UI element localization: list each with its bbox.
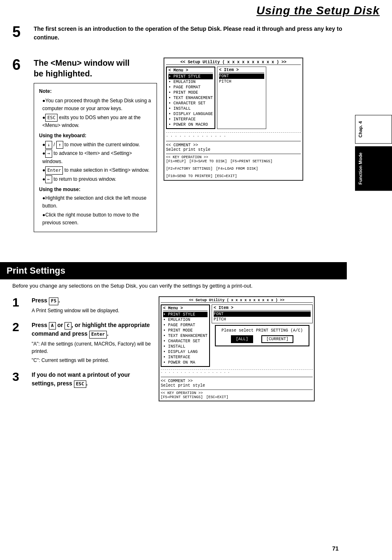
chap-tab: Chap. 4: [355, 115, 392, 144]
step5-container: 5 The first screen is an introduction to…: [12, 25, 347, 42]
screen-dots: · · · · · · · · · · · · · ·: [166, 132, 301, 138]
c-kbd: C: [65, 322, 71, 330]
menu-item-2: • EMULATION: [168, 79, 213, 85]
page-number: 71: [332, 545, 339, 552]
menu-item-4: • PRINT MODE: [168, 90, 213, 95]
step6-title-line2: be highlighted.: [34, 69, 92, 78]
comment-2-text: Select print style: [161, 383, 313, 388]
dialog-box: Please select PRINT SETTING (A/C) [ALL] …: [215, 325, 309, 346]
esc-kbd: ESC: [45, 114, 58, 122]
keyop-1-row: [F1=HELP] [F3=SAVE TO DISK] [F5=PRINT SE…: [166, 159, 301, 178]
ps-steps-and-screen: 1 Press F5. A Print Setting window will …: [12, 296, 347, 401]
menu2-item-3: • PAGE FORMAT: [163, 323, 208, 328]
menu-item-10: • POWER ON MACRO: [168, 122, 213, 127]
setup-screen-1: << Setup Utility ( x x x x x x x x x x )…: [164, 58, 303, 181]
comment-1-text: Select print style: [166, 147, 301, 152]
ps-step1-desc: A Print Setting window will be displayed…: [32, 307, 152, 314]
item-pane-2-title: < Item >: [214, 306, 311, 311]
ps-steps-left: 1 Press F5. A Print Setting window will …: [12, 296, 152, 401]
mouse-item-2: ●Click the right mouse button to move to…: [42, 211, 152, 227]
step6-content: The <Menu> window will be highlighted. N…: [34, 58, 347, 232]
setup-screen-1-body: < Menu > • PRINT STYLE • EMULATION • PAG…: [166, 67, 301, 129]
ps-step1-content: Press F5. A Print Setting window will be…: [32, 296, 152, 314]
ps-step2: 2 Press A or C, or high­light the approp…: [12, 321, 152, 364]
enter2-kbd: Enter: [89, 331, 107, 339]
keyop-1-f2: [F2=FACTORY SETTINGS]: [166, 167, 212, 171]
menu-pane-2-title: < Menu >: [163, 306, 208, 311]
menu-item-1: • PRINT STYLE: [168, 74, 213, 79]
setup-screen-2-area: << Setup Utility ( x x x x x x x x x x )…: [159, 296, 347, 401]
comment-2-title: << COMMENT >>: [161, 379, 193, 383]
item-font: FONT: [219, 74, 264, 79]
ps-step3: 3 If you do not want a print­out of your…: [12, 371, 152, 390]
keyboard-title: Using the keyboard:: [39, 132, 152, 140]
ps-step2-title: Press A or C, or high­light the appropri…: [32, 321, 152, 339]
left-kbd: ←: [45, 175, 52, 184]
menu2-item-8: • DISPLAY LANG: [163, 349, 208, 355]
keyop-2-esc: [ESC=EXIT]: [206, 395, 228, 399]
setup-screen-1-title: << Setup Utility ( x x x x x x x x x x )…: [166, 60, 301, 65]
screen2-dots: · · · · · · · · · · · · · · · · · ·: [161, 369, 313, 374]
ps-step3-title: If you do not want a print­out of your s…: [32, 371, 152, 388]
keyop-1-f3: [F3=SAVE TO DISK]: [189, 159, 227, 164]
print-settings-body: Before you change any selections on the …: [12, 283, 347, 401]
menu2-item-9: • INTERFACE: [163, 355, 208, 360]
ps-step2-desc-a: "A": All the settings (current, MACROs, …: [32, 340, 152, 355]
keyop-1-f4: [F4=LOAD FROM DISK]: [216, 167, 258, 171]
menu-item-7: • INSTALL: [168, 106, 213, 111]
step6-title: The <Menu> window will be highlighted.: [34, 58, 157, 79]
note-item-1: ●You can proceed through the Setup Disk …: [42, 97, 152, 113]
ps-step3-num: 3: [12, 371, 27, 390]
keyop-1-title: << KEY OPERATION >>: [166, 155, 301, 159]
step6-left: The <Menu> window will be highlighted. N…: [34, 58, 157, 232]
ps-step2-desc-c: "C": Current settings will be printed.: [32, 357, 152, 364]
menu2-item-10: • POWER ON MA: [163, 360, 208, 365]
menu2-item-1: • PRINT STYLE: [163, 312, 208, 317]
note-title: Note:: [39, 88, 152, 95]
item-pane-2: < Item > FONT PITCH: [212, 304, 313, 323]
ps-intro: Before you change any selections on the …: [12, 283, 347, 289]
setup-screen-area: << Setup Utility ( x x x x x x x x x x )…: [164, 58, 347, 232]
menu2-item-4: • PRINT MODE: [163, 328, 208, 333]
f5-kbd: F5: [49, 297, 58, 305]
mouse-item-1: ●Highlight the selection and click the l…: [42, 194, 152, 210]
dialog-text: Please select PRINT SETTING (A/C): [220, 328, 304, 333]
ps-step3-content: If you do not want a print­out of your s…: [32, 371, 152, 390]
enter-kbd: Enter: [45, 166, 63, 175]
func-tab: Function Mode: [355, 146, 392, 191]
menu2-item-2: • EMULATION: [163, 317, 208, 323]
setup-screen-2-title: << Setup Utility ( x x x x x x x x x x )…: [161, 298, 313, 303]
menu-item-3: • PAGE FORMAT: [168, 85, 213, 90]
step5-number: 5: [12, 25, 29, 39]
item-pane-title: < Item >: [219, 68, 264, 73]
menu-item-8: • DISPLAY LANGUAGE: [168, 111, 213, 117]
kb-item-4: ●← to return to previous window.: [42, 175, 152, 184]
setup-keyop-2: << KEY OPERATION >> [F5=PRINT SETTINGS] …: [161, 389, 313, 399]
dialog-btn-current: [CURRENT]: [261, 335, 293, 343]
dialog-btn-all: [ALL]: [231, 335, 253, 343]
keyop-1-f1: [F1=HELP]: [166, 159, 186, 164]
keyop-2-row: [F5=PRINT SETTINGS] [ESC=EXIT]: [161, 395, 313, 399]
item-pane: < Item > FONT PITCH: [217, 67, 266, 129]
item-pitch: PITCH: [219, 79, 264, 84]
keyop-1-f5: [F5=PRINT SETTINGS]: [230, 159, 272, 164]
side-tabs: Chap. 4 Function Mode: [355, 115, 392, 191]
ps-step2-num: 2: [12, 321, 27, 364]
step6-number: 6: [12, 58, 29, 232]
dialog-buttons: [ALL] [CURRENT]: [220, 335, 304, 343]
down-kbd: ↓: [45, 141, 52, 149]
keyop-1-f10: [F10=SEND TO PRINTER] [ESC=EXIT]: [166, 174, 237, 178]
ps-step1: 1 Press F5. A Print Setting window will …: [12, 296, 152, 314]
setup-screen-2-body: < Menu > • PRINT STYLE • EMULATION • PAG…: [161, 304, 313, 367]
esc2-kbd: ESC: [74, 380, 86, 388]
note-box: Note: ●You can proceed through the Setup…: [34, 83, 157, 232]
print-settings-header: Print Settings: [0, 262, 347, 279]
comment-1-title: << COMMENT >>: [166, 143, 198, 147]
menu-item-6: • CHARACTER SET: [168, 101, 213, 106]
setup-screen-2: << Setup Utility ( x x x x x x x x x x )…: [159, 296, 315, 401]
setup-comment-2: << COMMENT >> Select print style: [161, 377, 313, 388]
up-kbd: ↑: [56, 141, 63, 149]
menu-pane-title: < Menu >: [168, 68, 213, 73]
keyop-2-f5: [F5=PRINT SETTINGS]: [161, 395, 203, 399]
a-kbd: A: [49, 322, 56, 330]
